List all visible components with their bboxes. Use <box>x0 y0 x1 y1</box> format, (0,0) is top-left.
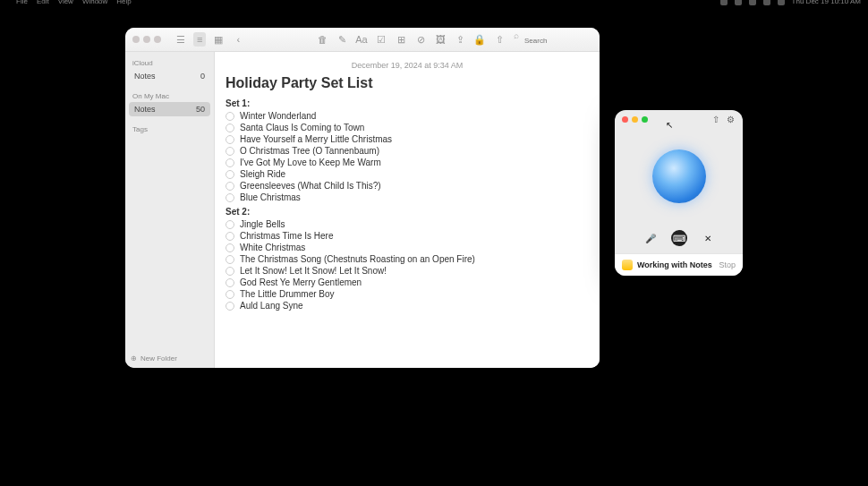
battery-icon[interactable] <box>763 0 770 5</box>
checkbox-icon[interactable] <box>226 267 234 276</box>
checklist-item[interactable]: The Little Drummer Boy <box>226 288 589 300</box>
sidebar-item-count: 0 <box>200 72 205 81</box>
menu-view[interactable]: View <box>58 0 73 5</box>
checkbox-icon[interactable] <box>226 255 234 264</box>
format-button[interactable]: Aa <box>354 32 369 47</box>
checkbox-icon[interactable] <box>226 243 234 252</box>
share-button[interactable]: ⇧ <box>492 32 506 47</box>
checklist-item[interactable]: God Rest Ye Merry Gentlemen <box>226 277 589 288</box>
checklist-item-label: Christmas Time Is Here <box>240 231 333 241</box>
checklist-item[interactable]: Blue Christmas <box>226 192 589 203</box>
table-button[interactable]: ⊞ <box>394 32 408 47</box>
menu-edit[interactable]: Edit <box>37 0 49 5</box>
checklist-item[interactable]: Let It Snow! Let It Snow! Let It Snow! <box>226 265 589 277</box>
checkbox-icon[interactable] <box>226 170 234 179</box>
checklist-item[interactable]: I've Got My Love to Keep Me Warm <box>226 157 589 168</box>
checklist-button[interactable]: ☑ <box>374 32 388 47</box>
checklist-item[interactable]: Sleigh Ride <box>226 168 589 180</box>
note-date: December 19, 2024 at 9:34 AM <box>226 61 589 70</box>
menu-help[interactable]: Help <box>116 0 131 5</box>
zoom-window-button[interactable] <box>642 116 648 123</box>
checkbox-icon[interactable] <box>226 220 234 229</box>
checklist-item[interactable]: White Christmas <box>226 242 589 253</box>
checklist-item[interactable]: O Christmas Tree (O Tannenbaum) <box>226 145 589 157</box>
list-view-button[interactable]: ≡ <box>193 32 206 47</box>
sidebar-toggle-button[interactable]: ☰ <box>174 32 188 47</box>
checklist-item[interactable]: Christmas Time Is Here <box>226 230 589 242</box>
type-to-siri-button[interactable]: ⌨ <box>671 230 687 246</box>
checklist-item[interactable]: Auld Lang Syne <box>226 300 589 311</box>
menu-window[interactable]: Window <box>82 0 107 5</box>
checklist-item[interactable]: Greensleeves (What Child Is This?) <box>226 180 589 192</box>
control-center-icon[interactable] <box>778 0 785 5</box>
siri-controls: 🎤 ⌨ ✕ <box>615 225 743 253</box>
checklist-item[interactable]: Jingle Bells <box>226 218 589 230</box>
sidebar-folder-local-notes[interactable]: Notes 50 <box>129 102 210 116</box>
link-button[interactable]: ⊘ <box>413 32 428 47</box>
note-title[interactable]: Holiday Party Set List <box>226 75 589 91</box>
close-window-button[interactable] <box>622 116 628 123</box>
back-button[interactable]: ‹ <box>231 32 245 47</box>
sidebar-section-onmymac: On My Mac <box>129 90 210 102</box>
checkbox-icon[interactable] <box>226 290 234 299</box>
checklist-item-label: White Christmas <box>240 243 305 252</box>
close-window-button[interactable] <box>132 36 140 43</box>
new-note-button[interactable]: ✎ <box>335 32 349 47</box>
zoom-window-button[interactable] <box>154 36 161 43</box>
collaborate-button[interactable]: ⇪ <box>453 32 467 47</box>
checkbox-icon[interactable] <box>226 112 234 121</box>
checklist-item[interactable]: The Christmas Song (Chestnuts Roasting o… <box>226 253 589 265</box>
menu-file[interactable]: File <box>16 0 28 5</box>
minimize-window-button[interactable] <box>632 116 638 123</box>
menubar: File Edit View Window Help Thu Dec 19 10… <box>0 0 868 5</box>
checkbox-icon[interactable] <box>226 147 234 156</box>
note-editor[interactable]: December 19, 2024 at 9:34 AM Holiday Par… <box>215 52 600 368</box>
siri-status-bar: Working with Notes Stop <box>615 253 743 276</box>
checkbox-icon[interactable] <box>226 158 234 167</box>
checkbox-icon[interactable] <box>226 182 234 191</box>
siri-stop-button[interactable]: Stop <box>719 260 736 269</box>
checklist-item-label: Have Yourself a Merry Little Christmas <box>240 134 392 144</box>
checkbox-icon[interactable] <box>226 302 234 311</box>
checklist-item[interactable]: Winter Wonderland <box>226 110 589 122</box>
set-header[interactable]: Set 2: <box>226 207 589 217</box>
checklist-item[interactable]: Have Yourself a Merry Little Christmas <box>226 133 589 145</box>
checkbox-icon[interactable] <box>226 278 234 287</box>
checklist-item-label: The Little Drummer Boy <box>240 289 335 299</box>
sidebar-folder-icloud-notes[interactable]: Notes 0 <box>129 69 210 83</box>
lock-button[interactable]: 🔒 <box>472 32 487 47</box>
new-folder-button[interactable]: ⊕ New Folder <box>131 354 177 362</box>
checkbox-icon[interactable] <box>226 124 234 132</box>
search-input[interactable] <box>512 34 592 48</box>
media-button[interactable]: 🖼 <box>433 32 447 47</box>
status-icon[interactable] <box>735 0 742 5</box>
wifi-icon[interactable] <box>749 0 756 5</box>
delete-button[interactable]: 🗑 <box>315 32 329 47</box>
settings-icon[interactable]: ⚙ <box>725 114 736 124</box>
checklist-item-label: Blue Christmas <box>240 192 301 202</box>
minimize-window-button[interactable] <box>143 36 150 43</box>
set-header[interactable]: Set 1: <box>226 98 589 108</box>
window-controls <box>132 36 161 43</box>
checkbox-icon[interactable] <box>226 135 234 144</box>
share-icon[interactable]: ⇧ <box>711 114 721 124</box>
mic-button[interactable]: 🎤 <box>642 230 659 246</box>
sidebar-item-label: Notes <box>134 105 156 114</box>
sidebar-section-tags: Tags <box>129 124 210 135</box>
checklist-item[interactable]: Santa Claus Is Coming to Town <box>226 122 589 133</box>
checklist-item-label: Auld Lang Syne <box>240 301 303 311</box>
checklist-item-label: Sleigh Ride <box>240 169 285 179</box>
plus-icon: ⊕ <box>131 354 137 362</box>
checklist-item-label: Jingle Bells <box>240 219 285 229</box>
close-siri-button[interactable]: ✕ <box>700 230 716 246</box>
siri-status-text: Working with Notes <box>637 260 714 269</box>
sidebar-section-icloud: iCloud <box>129 57 210 69</box>
siri-panel: ⇧ ⚙ 🎤 ⌨ ✕ Working with Notes Stop <box>615 110 743 276</box>
menubar-clock[interactable]: Thu Dec 19 10:10 AM <box>792 0 861 5</box>
gallery-view-button[interactable]: ▦ <box>211 32 226 47</box>
checkbox-icon[interactable] <box>226 232 234 241</box>
status-icon[interactable] <box>720 0 728 5</box>
checklist-item-label: Winter Wonderland <box>240 111 316 121</box>
notes-toolbar: ☰ ≡ ▦ ‹ 🗑 ✎ Aa ☑ ⊞ ⊘ 🖼 ⇪ 🔒 ⇧ <box>125 28 600 52</box>
checkbox-icon[interactable] <box>226 193 234 202</box>
